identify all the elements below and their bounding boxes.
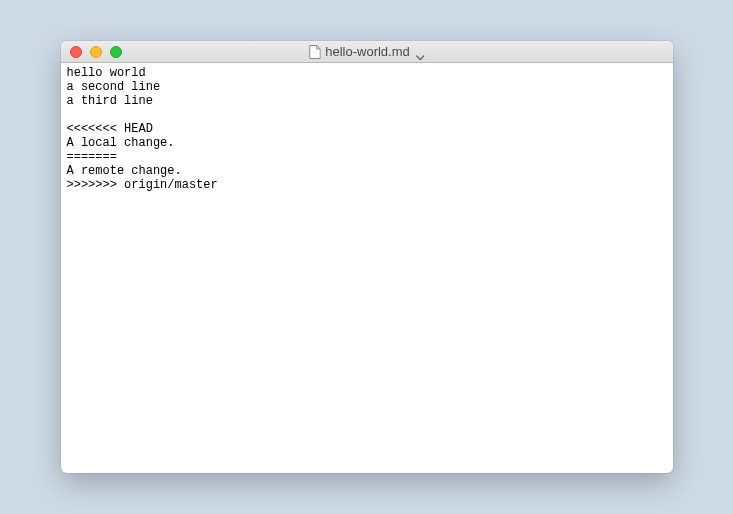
window-title: hello-world.md — [325, 44, 410, 59]
maximize-button[interactable] — [110, 46, 122, 58]
editor-content[interactable]: hello world a second line a third line <… — [61, 63, 673, 473]
close-button[interactable] — [70, 46, 82, 58]
titlebar[interactable]: hello-world.md — [61, 41, 673, 63]
chevron-down-icon — [416, 49, 425, 55]
editor-window: hello-world.md hello world a second line… — [61, 41, 673, 473]
title-center[interactable]: hello-world.md — [308, 44, 425, 59]
document-icon — [308, 45, 320, 59]
minimize-button[interactable] — [90, 46, 102, 58]
traffic-lights — [61, 46, 122, 58]
